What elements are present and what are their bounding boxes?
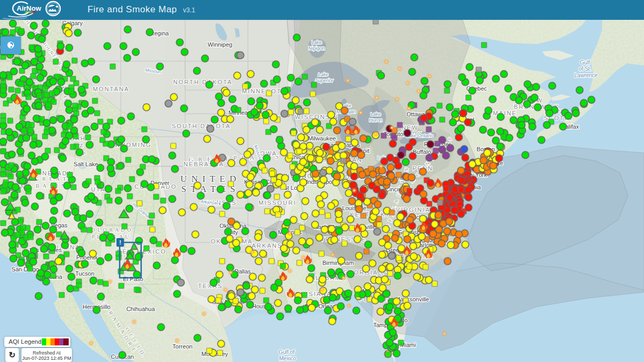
svg-text:Gulf of: Gulf of xyxy=(279,349,295,355)
svg-text:San Diego: San Diego xyxy=(11,266,39,272)
svg-text:Winnipeg: Winnipeg xyxy=(208,41,232,48)
svg-text:Salt Lake: Salt Lake xyxy=(74,161,98,167)
svg-text:Milwaukee: Milwaukee xyxy=(308,135,336,142)
svg-text:Tucson: Tucson xyxy=(75,270,94,277)
svg-text:Jacksonville: Jacksonville xyxy=(397,296,429,302)
svg-text:!: ! xyxy=(119,239,121,246)
svg-text:Lake: Lake xyxy=(370,112,381,117)
svg-text:NEW: NEW xyxy=(401,124,419,131)
svg-text:Huron: Huron xyxy=(369,117,383,123)
svg-text:MISSOURI: MISSOURI xyxy=(259,200,296,206)
svg-text:Torreon: Torreon xyxy=(172,343,192,350)
svg-text:Lake: Lake xyxy=(318,72,328,77)
svg-text:Lake: Lake xyxy=(311,40,322,45)
svg-text:G R E A T: G R E A T xyxy=(35,176,67,182)
svg-text:SOUTH DAKOTA: SOUTH DAKOTA xyxy=(172,123,231,129)
svg-text:NORTH DAKOTA: NORTH DAKOTA xyxy=(173,79,232,85)
svg-text:MAINE: MAINE xyxy=(493,110,517,116)
svg-text:Nipigon: Nipigon xyxy=(309,46,325,51)
svg-text:MONTANA: MONTANA xyxy=(93,86,129,92)
svg-text:Chihuahua: Chihuahua xyxy=(126,306,155,312)
svg-text:Superior: Superior xyxy=(315,78,334,83)
svg-text:Lawrence: Lawrence xyxy=(574,72,598,78)
svg-text:Mexico: Mexico xyxy=(279,356,296,361)
svg-text:Gulf: Gulf xyxy=(580,60,590,65)
svg-text:of St.: of St. xyxy=(579,66,591,72)
svg-text:AirNow: AirNow xyxy=(17,4,41,12)
